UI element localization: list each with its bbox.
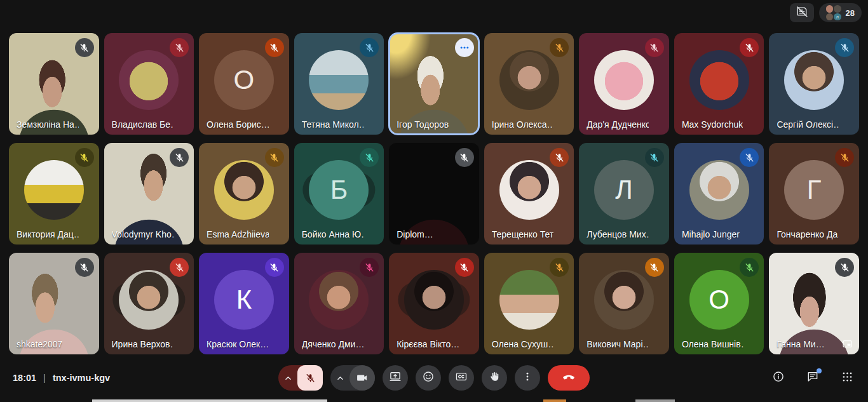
mic-toggle[interactable] [278, 365, 323, 391]
participant-name: Красюк Олек… [207, 339, 269, 349]
participant-name: Олена Сухуш… [492, 339, 554, 349]
participant-tile[interactable]: Mihajlo Junger [674, 143, 764, 245]
raise-hand-button[interactable] [482, 365, 507, 391]
participant-name: Diplom… [397, 229, 433, 239]
more-options-button[interactable] [515, 365, 540, 391]
initial-avatar: К [214, 270, 274, 330]
participants-pill[interactable]: л 28 [819, 3, 862, 22]
call-end-icon [562, 370, 576, 386]
mic-off-badge [360, 38, 379, 57]
mic-off-badge [740, 258, 759, 277]
mic-off-badge [550, 258, 569, 277]
tile-options-badge[interactable] [455, 38, 474, 57]
participant-tile[interactable]: ККрасюк Олек… [199, 253, 289, 354]
participant-name: Ігор Тодоров [397, 119, 449, 130]
top-right-toolbar: л 28 [790, 3, 862, 22]
participant-tile[interactable]: Ігор Тодоров [389, 33, 479, 135]
profile-photo-avatar [309, 270, 369, 330]
mic-off-badge [550, 38, 569, 57]
participant-tile[interactable]: ГГончаренко Да… [769, 143, 859, 245]
participant-tile[interactable]: Кірєєва Вікто… [389, 253, 479, 354]
participant-name: Ірина Олекса… [492, 119, 554, 130]
profile-photo-avatar [689, 160, 749, 220]
participant-name: Владислав Бе… [112, 119, 174, 130]
participant-tile[interactable]: shkate2007 [9, 253, 99, 354]
participant-tile[interactable]: Дар'я Дудченко [579, 33, 669, 135]
participant-tile[interactable]: Терещенко Тет… [484, 143, 574, 245]
participant-name: Бойко Анна Ю… [302, 229, 364, 239]
whiteboard-off-button[interactable] [790, 3, 814, 22]
participant-tile[interactable]: OОлена Борис… [199, 33, 289, 135]
reactions-button[interactable] [416, 365, 441, 391]
mic-toggle-device-chevron-icon[interactable] [278, 365, 297, 391]
participant-tile[interactable]: Виктория Дац… [9, 143, 99, 245]
participant-tile[interactable]: OОлена Вишнів… [674, 253, 764, 354]
profile-photo-avatar [594, 270, 654, 330]
mic-off-badge [835, 38, 854, 57]
camera-icon [349, 365, 375, 391]
notification-dot [817, 368, 822, 373]
activities-button[interactable] [839, 370, 855, 386]
participant-name: Лубенцов Мих… [587, 229, 649, 239]
profile-photo-avatar [24, 160, 84, 220]
participant-tile[interactable]: Земзюліна На… [9, 33, 99, 135]
participant-tile[interactable]: Ірина Олекса… [484, 33, 574, 135]
initial-avatar: Л [594, 160, 654, 220]
participant-tile[interactable]: Diplom… [389, 143, 479, 245]
chat-button[interactable] [804, 370, 821, 386]
captions-button[interactable] [449, 365, 474, 391]
participant-tile[interactable]: Викович Марі… [579, 253, 669, 354]
participant-tile[interactable]: Дяченко Дми… [294, 253, 384, 354]
participant-tile[interactable]: Esma Adzhiieva [199, 143, 289, 245]
participant-tile[interactable]: Тетяна Микол… [294, 33, 384, 135]
participant-tile[interactable]: Volodymyr Kho… [104, 143, 194, 245]
bottom-control-bar: 18:01 | tnx-ivmu-kgv [0, 359, 868, 396]
mic-off-badge [645, 258, 664, 277]
participant-name: Олена Борис… [207, 119, 269, 130]
present-button[interactable] [383, 365, 408, 391]
info-button[interactable] [770, 370, 787, 386]
profile-photo-avatar [499, 160, 559, 220]
participant-tile[interactable]: ББойко Анна Ю… [294, 143, 384, 245]
participant-tile[interactable]: Владислав Бе… [104, 33, 194, 135]
participant-name: Ирина Верхов… [112, 339, 174, 349]
mic-off-badge [75, 148, 94, 167]
mini-avatar: л [834, 13, 841, 21]
mic-off-badge [835, 258, 854, 277]
participant-tile[interactable]: Олена Сухуш… [484, 253, 574, 354]
participant-tile[interactable]: ЛЛубенцов Мих… [579, 143, 669, 245]
mini-avatar [826, 5, 834, 13]
profile-photo-avatar [119, 270, 179, 330]
picture-in-picture-icon[interactable] [842, 338, 853, 349]
participant-name: Esma Adzhiieva [207, 229, 269, 239]
participant-name: Олена Вишнів… [682, 339, 744, 349]
captions-icon [455, 370, 468, 385]
mic-off-badge [645, 148, 664, 167]
hand-icon [488, 370, 501, 385]
participant-name: shkate2007 [17, 339, 62, 349]
camera-toggle-device-chevron-icon[interactable] [330, 365, 349, 391]
call-controls [278, 365, 590, 391]
whiteboard-off-icon [796, 5, 808, 20]
profile-photo-avatar [594, 50, 654, 110]
participant-tile[interactable]: Ирина Верхов… [104, 253, 194, 354]
initial-avatar: O [214, 50, 274, 110]
mic-off-badge [170, 148, 189, 167]
participant-name: Тетяна Микол… [302, 119, 364, 130]
mic-off-badge [360, 148, 379, 167]
initial-avatar: Г [784, 160, 844, 220]
participant-name: Терещенко Тет… [492, 229, 554, 239]
participant-tile[interactable]: Max Sydorchuk [674, 33, 764, 135]
mic-off-icon [297, 365, 323, 391]
profile-photo-avatar [214, 160, 274, 220]
participant-tile[interactable]: Сергій Олексі… [769, 33, 859, 135]
end-call-button[interactable] [548, 365, 590, 391]
initial-avatar: Б [309, 160, 369, 220]
participant-name: Ганна Ми… [776, 339, 824, 349]
participant-tile[interactable]: Ганна Ми… [769, 253, 859, 354]
meta-separator: | [43, 373, 46, 383]
taskbar-edge-segment [92, 399, 327, 402]
camera-toggle[interactable] [330, 365, 375, 391]
participant-name: Кірєєва Вікто… [397, 339, 459, 349]
more-v-icon [522, 371, 533, 385]
